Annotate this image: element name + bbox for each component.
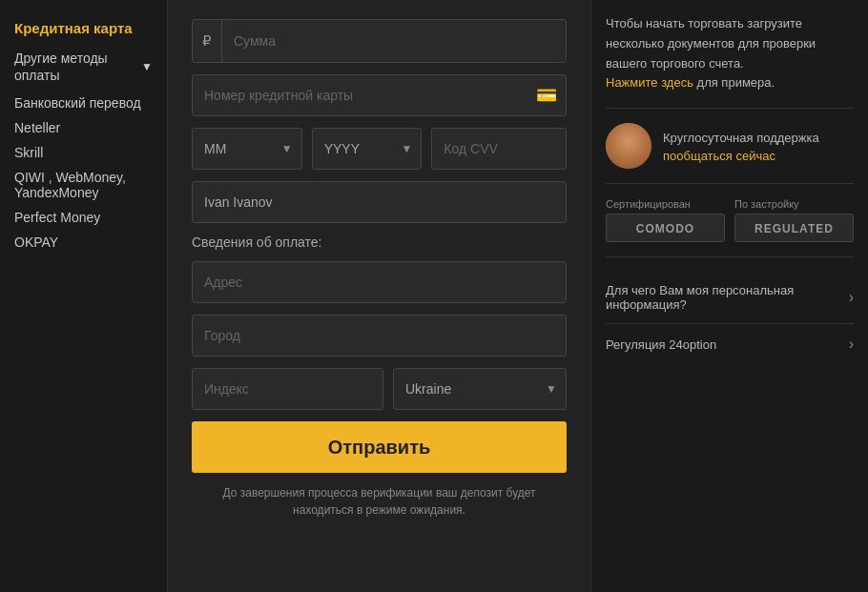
month-select-wrap: MM 010203 040506 070809 101112 ▼ — [192, 128, 302, 170]
cert-comodo: Сертифицирован COMODO — [606, 198, 725, 242]
info-text: Чтобы начать торговать загрузите несколь… — [606, 14, 854, 93]
support-title: Круглосуточная поддержка — [663, 129, 819, 148]
address-input[interactable] — [192, 261, 567, 303]
main-form: ₽ 💳 MM 010203 040506 070809 101112 ▼ — [167, 0, 591, 592]
cert-badge-1: COMODO — [606, 214, 725, 242]
right-sidebar: Чтобы начать торговать загрузите несколь… — [591, 0, 868, 592]
currency-symbol: ₽ — [193, 20, 222, 62]
city-input[interactable] — [192, 315, 567, 357]
avatar-face — [606, 123, 651, 169]
city-row — [192, 315, 567, 357]
cert-label-1: Сертифицирован — [606, 198, 725, 210]
year-select-wrap: YYYY 202420252026 202720282029 ▼ — [312, 128, 423, 170]
sidebar-item-perfect-money[interactable]: Perfect Money — [14, 210, 153, 225]
cert-label-2: По застройку — [734, 198, 854, 210]
cardholder-row — [192, 181, 567, 223]
sidebar-item-neteller[interactable]: Neteller — [14, 120, 153, 135]
cert-block: Сертифицирован COMODO По застройку REGUL… — [606, 198, 854, 257]
sidebar-other-methods[interactable]: Другие методы оплаты ▼ — [14, 50, 153, 84]
info-block: Чтобы начать торговать загрузите несколь… — [606, 14, 854, 109]
sidebar-item-skrill[interactable]: Skrill — [14, 145, 153, 160]
sidebar-item-credit-card[interactable]: Кредитная карта — [14, 19, 153, 38]
sidebar-item-okpay[interactable]: OKPAY — [14, 235, 153, 250]
country-select[interactable]: Ukraine Russia Belarus Germany USA — [393, 368, 567, 410]
footer-note: До завершения процесса верификации ваш д… — [192, 484, 567, 519]
date-cvv-row: MM 010203 040506 070809 101112 ▼ YYYY 20… — [192, 128, 567, 170]
month-select[interactable]: MM 010203 040506 070809 101112 — [192, 128, 302, 170]
country-select-wrap: Ukraine Russia Belarus Germany USA ▼ — [393, 368, 567, 410]
faq-text-regulation: Регуляция 24option — [606, 337, 849, 352]
left-sidebar: Кредитная карта Другие методы оплаты ▼ Б… — [0, 0, 167, 592]
chevron-right-icon-2: › — [849, 336, 854, 353]
submit-button[interactable]: Отправить — [192, 421, 567, 473]
card-number-wrapper: 💳 — [192, 74, 567, 116]
sidebar-other-methods-label: Другие методы оплаты — [14, 50, 136, 84]
chevron-down-icon: ▼ — [141, 60, 153, 73]
cardholder-input[interactable] — [192, 181, 567, 223]
example-link[interactable]: Нажмите здесь — [606, 75, 693, 90]
support-block: Круглосуточная поддержка пообщаться сейч… — [606, 123, 854, 184]
cert-regulated: По застройку REGULATED — [734, 198, 854, 242]
faq-item-personal-info[interactable]: Для чего Вам моя персональная информация… — [606, 272, 854, 324]
avatar — [606, 123, 651, 169]
billing-label: Сведения об оплате: — [192, 235, 567, 250]
billing-section: Сведения об оплате: — [192, 235, 567, 250]
support-info: Круглосуточная поддержка пообщаться сейч… — [663, 129, 819, 163]
year-select[interactable]: YYYY 202420252026 202720282029 — [312, 128, 423, 170]
sidebar-item-bank-transfer[interactable]: Банковский перевод — [14, 95, 153, 111]
sidebar-item-qiwi[interactable]: QIWI , WebMoney, YandexMoney — [14, 170, 153, 200]
cert-value-2: REGULATED — [754, 222, 834, 235]
credit-card-icon: 💳 — [536, 85, 557, 106]
cvv-input[interactable] — [431, 128, 567, 170]
amount-input[interactable] — [222, 20, 566, 62]
card-number-input[interactable] — [192, 74, 567, 116]
support-chat-link[interactable]: пообщаться сейчас — [663, 149, 775, 163]
amount-row: ₽ — [192, 19, 567, 63]
amount-input-group: ₽ — [192, 19, 567, 63]
card-number-row: 💳 — [192, 74, 567, 116]
address-row — [192, 261, 567, 303]
zip-country-row: Ukraine Russia Belarus Germany USA ▼ — [192, 368, 567, 410]
chevron-right-icon: › — [849, 289, 854, 306]
faq-text-personal-info: Для чего Вам моя персональная информация… — [606, 283, 849, 312]
cert-value-1: COMODO — [636, 222, 694, 235]
faq-item-regulation[interactable]: Регуляция 24option › — [606, 324, 854, 364]
cert-badge-2: REGULATED — [734, 214, 854, 242]
zip-input[interactable] — [192, 368, 383, 410]
